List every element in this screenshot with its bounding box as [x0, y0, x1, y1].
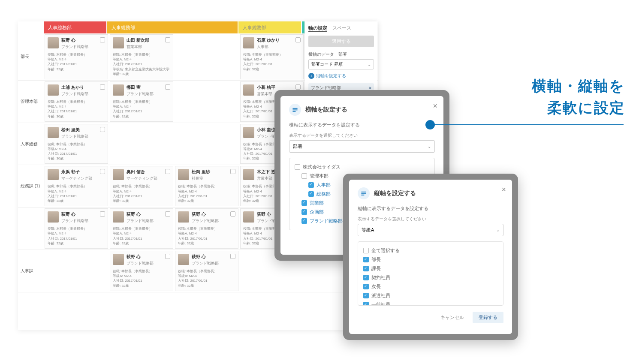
checkbox[interactable]	[363, 248, 369, 253]
cancel-button[interactable]: キャンセル	[436, 312, 468, 323]
avatar	[243, 37, 254, 48]
checkbox[interactable]	[301, 200, 307, 206]
checkbox[interactable]	[301, 173, 307, 179]
checkbox[interactable]	[295, 164, 300, 170]
col-header-2[interactable]: 人事総務部	[107, 21, 238, 33]
person-card[interactable]: 土浦 あかりブランド戦略部 役職: 本部長（事業部長）等級A: M2-4入社日:…	[45, 81, 108, 122]
modal-subtitle: 縦軸に表示するデータを設定する	[358, 205, 503, 212]
callout-line	[431, 124, 624, 125]
option-item[interactable]: 一般社員	[363, 300, 498, 306]
x-axis-data-label: 横軸のデータ 部署	[308, 51, 374, 57]
checkbox[interactable]	[363, 302, 369, 306]
person-dept: ブランド戦略部	[61, 44, 88, 50]
svg-rect-4	[361, 193, 366, 194]
close-icon[interactable]: ×	[501, 186, 506, 193]
chevron-down-icon: ⌄	[368, 62, 371, 67]
axis-settings-panel: 軸の設定 スペース 選用する 横軸のデータ 部署 部署コード 昇順⌄ +縦軸を設…	[304, 21, 377, 96]
person-meta: 役職: 本部長（事業部長）等級A: M2-4入社日: 2017/01/01年齢:…	[48, 52, 105, 72]
checkbox[interactable]	[308, 191, 314, 197]
close-icon[interactable]: ×	[369, 86, 371, 90]
submit-button[interactable]: 登録する	[473, 312, 503, 323]
person-card[interactable]: 荻野 心ブランド戦略部役職: 本部長（事業部長）等級A: M2-4入社日: 20…	[45, 208, 108, 249]
svg-rect-2	[292, 111, 295, 112]
person-card[interactable]: 山田 新次郎営業本部 役職: 本部長（事業部長）等級A: M2-4入社日: 20…	[110, 34, 173, 79]
person-card[interactable]: 荻野 心ブランド戦略部 役職: 本部長（事業部長）等級A: M2-4入社日: 2…	[45, 34, 108, 79]
tree-node[interactable]: 株式会社サイダス	[295, 162, 429, 171]
modal-title: 横軸を設定する	[305, 106, 347, 114]
person-card[interactable]: 荻野 心ブランド戦略部役職: 本部長（事業部長）等級A: M2-4入社日: 20…	[110, 251, 173, 291]
modal-title: 縦軸を設定する	[374, 190, 416, 197]
apply-button[interactable]: 選用する	[308, 36, 374, 47]
checkbox[interactable]	[363, 257, 369, 262]
data-select[interactable]: 部署⌄	[289, 140, 435, 153]
option-item[interactable]: 派遣社員	[363, 291, 498, 300]
option-item[interactable]: 契約社員	[363, 273, 498, 282]
svg-rect-1	[292, 109, 297, 110]
close-icon[interactable]: ×	[433, 102, 437, 110]
person-card[interactable]: 荻野 心ブランド戦略部役職: 本部長（事業部長）等級A: M2-4入社日: 20…	[175, 251, 238, 291]
checkbox[interactable]	[363, 284, 369, 289]
data-select[interactable]: 等級A⌄	[358, 224, 503, 236]
add-vertical-axis-button[interactable]: +縦軸を設定する	[308, 73, 374, 79]
checkbox[interactable]	[308, 182, 314, 188]
avatar	[48, 37, 59, 48]
select-all-option[interactable]: 全て選択する	[363, 246, 498, 255]
feature-callout: 横軸・縦軸を 柔軟に設定	[532, 75, 625, 119]
tab-axis-settings[interactable]: 軸の設定	[308, 25, 327, 32]
svg-rect-0	[292, 108, 297, 109]
chevron-down-icon: ⌄	[428, 144, 431, 149]
select-checkbox[interactable]	[295, 37, 301, 42]
person-card[interactable]: 石原 ゆかり人事部 役職: 本部長（事業部長）等級A: M2-4入社日: 201…	[240, 34, 304, 79]
axis-icon	[289, 104, 301, 116]
avatar	[113, 37, 124, 48]
col-header-3[interactable]: 人事総務部	[238, 21, 302, 33]
col-header-1[interactable]: 人事総務部	[44, 21, 107, 33]
tab-space[interactable]: スペース	[332, 25, 351, 32]
select-checkbox[interactable]	[165, 37, 170, 42]
checkbox[interactable]	[363, 293, 369, 298]
person-card[interactable]: 松田 里美ブランド戦略部 役職: 本部長（事業部長）等級A: M2-4入社日: …	[45, 124, 108, 164]
row-label: 部長	[18, 33, 44, 80]
x-axis-sort-select[interactable]: 部署コード 昇順⌄	[308, 59, 374, 69]
option-item[interactable]: 次長	[363, 282, 498, 291]
checkbox[interactable]	[363, 266, 369, 271]
person-card[interactable]: 梛田 実ブランド戦略部 役職: 本部長（事業部長）等級A: M2-4入社日: 2…	[110, 81, 173, 122]
chevron-down-icon: ⌄	[496, 228, 500, 232]
person-card[interactable]: 永浜 彰子マーケティング部 役職: 本部長（事業部長）等級A: M2-4入社日:…	[45, 166, 108, 206]
axis-icon	[358, 187, 370, 199]
callout-dot	[425, 120, 435, 129]
select-label: 表示するデータを選択してください	[289, 132, 435, 138]
checkbox[interactable]	[363, 275, 369, 280]
svg-rect-3	[361, 192, 366, 193]
person-card[interactable]: 荻野 心ブランド戦略部役職: 本部長（事業部長）等級A: M2-4入社日: 20…	[110, 208, 173, 249]
option-item[interactable]: 課長	[363, 264, 498, 273]
callout-text-2: 柔軟に設定	[532, 97, 625, 119]
select-checkbox[interactable]	[100, 37, 105, 42]
person-card[interactable]: 荻野 心ブランド戦略部役職: 本部長（事業部長）等級A: M2-4入社日: 20…	[175, 208, 238, 249]
plus-icon: +	[308, 73, 314, 79]
person-name: 荻野 心	[61, 37, 88, 43]
checkbox[interactable]	[301, 218, 307, 224]
corner-cell	[18, 21, 44, 33]
person-card[interactable]: 松岡 里紗社長室 役職: 本部長（事業部長）等級A: M2-4入社日: 2017…	[175, 166, 238, 206]
options-list: 全て選択する 部長 課長 契約社員 次長 派遣社員 一般社員 パート	[358, 241, 503, 306]
modal-subtitle: 横軸に表示するデータを設定する	[289, 122, 435, 128]
modal-vertical-axis: × 縦軸を設定する 縦軸に表示するデータを設定する 表示するデータを選択してくだ…	[349, 180, 512, 334]
checkbox[interactable]	[301, 209, 307, 215]
select-label: 表示するデータを選択してください	[358, 216, 503, 222]
modal-vertical-axis-frame: × 縦軸を設定する 縦軸に表示するデータを設定する 表示するデータを選択してくだ…	[343, 174, 518, 340]
callout-text-1: 横軸・縦軸を	[532, 75, 625, 97]
person-card[interactable]: 奥田 信吾マーケティング部 役職: 本部長（事業部長）等級A: M2-4入社日:…	[110, 166, 173, 206]
svg-rect-5	[361, 195, 364, 196]
option-item[interactable]: 部長	[363, 255, 498, 264]
